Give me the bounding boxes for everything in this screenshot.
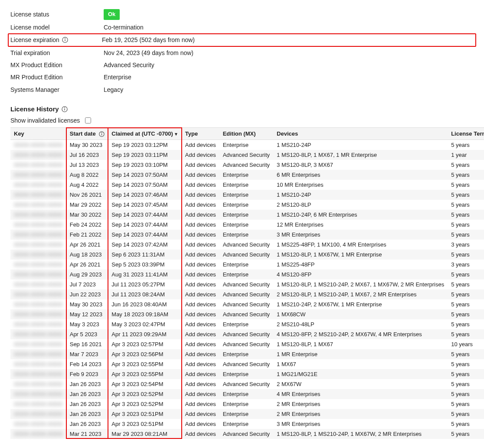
- license-key: XXXX-XXXX-XXXX: [14, 152, 63, 158]
- cell-edition: Enterprise: [219, 349, 273, 359]
- info-icon[interactable]: [62, 106, 68, 112]
- cell-edition: Advanced Security: [219, 160, 273, 170]
- license-history-title-text: License History: [10, 105, 59, 113]
- license-key: XXXX-XXXX-XXXX: [14, 361, 63, 367]
- col-header-edition[interactable]: Edition (MX): [219, 128, 273, 140]
- cell-devices: 4 MS120-8FP: [273, 269, 448, 279]
- sort-desc-icon: ▼: [174, 132, 178, 136]
- cell-edition: Enterprise: [219, 419, 273, 429]
- cell-edition: Advanced Security: [219, 150, 273, 160]
- cell-start-date: Jul 7 2023: [66, 279, 108, 289]
- cell-claimed-at: Sep 19 2023 03:10PM: [108, 160, 182, 170]
- cell-devices: 2 MS210-48LP: [273, 319, 448, 329]
- cell-claimed-at: Jul 11 2023 05:27PM: [108, 279, 182, 289]
- cell-edition: Enterprise: [219, 140, 273, 150]
- cell-edition: Enterprise: [219, 409, 273, 419]
- cell-claimed-at: Apr 3 2023 02:52PM: [108, 389, 182, 399]
- col-header-claimed-at[interactable]: Claimed at (UTC -0700)▼: [108, 128, 182, 140]
- col-header-key[interactable]: Key: [10, 128, 66, 140]
- cell-claimed-at: Apr 3 2023 02:55PM: [108, 369, 182, 379]
- cell-edition: Advanced Security: [219, 309, 273, 319]
- license-key: XXXX-XXXX-XXXX: [14, 371, 63, 377]
- cell-devices: 1 MS120-8LP, 1 MX67, 1 MR Enterprise: [273, 150, 448, 160]
- cell-claimed-at: May 3 2023 02:47PM: [108, 319, 182, 329]
- table-row: XXXX-XXXX-XXXXNov 26 2021Sep 14 2023 07:…: [10, 190, 484, 200]
- cell-start-date: Jan 26 2023: [66, 399, 108, 409]
- cell-license-term: 5 years: [448, 309, 484, 319]
- cell-license-term: 10 years: [448, 339, 484, 349]
- cell-devices: 4 MR Enterprises: [273, 389, 448, 399]
- cell-start-date: Aug 18 2023: [66, 250, 108, 260]
- cell-claimed-at: Sep 6 2023 11:31AM: [108, 250, 182, 260]
- cell-claimed-at: May 18 2023 09:18AM: [108, 309, 182, 319]
- cell-claimed-at: Apr 3 2023 02:56PM: [108, 349, 182, 359]
- info-icon[interactable]: [99, 131, 105, 137]
- table-row: XXXX-XXXX-XXXXJan 26 2023Apr 3 2023 02:5…: [10, 379, 484, 389]
- license-status-label: License status: [10, 10, 49, 19]
- show-invalidated-checkbox[interactable]: [85, 117, 91, 123]
- col-header-devices[interactable]: Devices: [273, 128, 448, 140]
- svg-rect-1: [65, 39, 65, 41]
- cell-type: Add devices: [182, 260, 219, 269]
- cell-edition: Enterprise: [219, 190, 273, 200]
- cell-type: Add devices: [182, 289, 219, 299]
- cell-claimed-at: Sep 14 2023 07:50AM: [108, 180, 182, 190]
- systems-manager-value: Legacy: [104, 86, 123, 93]
- table-row: XXXX-XXXX-XXXXAug 4 2022Sep 14 2023 07:5…: [10, 180, 484, 190]
- info-icon[interactable]: [62, 37, 68, 43]
- col-header-type[interactable]: Type: [182, 128, 219, 140]
- show-invalidated-label: Show invalidated licenses: [10, 117, 80, 124]
- cell-devices: 12 MR Enterprises: [273, 220, 448, 230]
- cell-edition: Enterprise: [219, 389, 273, 399]
- cell-start-date: Jan 26 2023: [66, 409, 108, 419]
- cell-license-term: 5 years: [448, 399, 484, 409]
- cell-type: Add devices: [182, 160, 219, 170]
- table-row: XXXX-XXXX-XXXXMay 30 2023Sep 19 2023 03:…: [10, 140, 484, 150]
- license-key: XXXX-XXXX-XXXX: [14, 381, 63, 387]
- cell-devices: 3 MS120-8LP, 3 MX67: [273, 160, 448, 170]
- cell-type: Add devices: [182, 329, 219, 339]
- cell-claimed-at: Sep 19 2023 03:11PM: [108, 150, 182, 160]
- cell-start-date: Apr 26 2021: [66, 260, 108, 269]
- cell-license-term: 5 years: [448, 269, 484, 279]
- cell-claimed-at: Mar 29 2023 08:21AM: [108, 429, 182, 439]
- cell-type: Add devices: [182, 279, 219, 289]
- cell-edition: Enterprise: [219, 269, 273, 279]
- cell-start-date: Mar 7 2023: [66, 349, 108, 359]
- cell-start-date: Mar 29 2022: [66, 200, 108, 210]
- cell-start-date: Jan 26 2023: [66, 419, 108, 429]
- table-row: XXXX-XXXX-XXXXFeb 9 2023Apr 3 2023 02:55…: [10, 369, 484, 379]
- table-row: XXXX-XXXX-XXXXAug 18 2023Sep 6 2023 11:3…: [10, 250, 484, 260]
- cell-type: Add devices: [182, 369, 219, 379]
- svg-rect-7: [101, 133, 102, 135]
- cell-start-date: Feb 24 2022: [66, 220, 108, 230]
- col-header-start-date[interactable]: Start date: [66, 128, 108, 140]
- cell-devices: 10 MR Enterprises: [273, 180, 448, 190]
- cell-claimed-at: Jun 16 2023 08:40AM: [108, 299, 182, 309]
- table-row: XXXX-XXXX-XXXXJan 26 2023Apr 3 2023 02:5…: [10, 399, 484, 409]
- cell-license-term: 5 years: [448, 299, 484, 309]
- cell-edition: Enterprise: [219, 200, 273, 210]
- cell-devices: 1 MR Enterprise: [273, 349, 448, 359]
- cell-edition: Enterprise: [219, 220, 273, 230]
- col-header-license-term[interactable]: License Term: [448, 128, 484, 140]
- cell-type: Add devices: [182, 250, 219, 260]
- license-key: XXXX-XXXX-XXXX: [14, 391, 63, 397]
- cell-devices: 2 MR Enterprises: [273, 409, 448, 419]
- cell-claimed-at: Apr 11 2023 09:29AM: [108, 329, 182, 339]
- cell-start-date: Feb 14 2023: [66, 359, 108, 369]
- table-row: XXXX-XXXX-XXXXJan 26 2023Apr 3 2023 02:5…: [10, 419, 484, 429]
- table-row: XXXX-XXXX-XXXXFeb 21 2022Sep 14 2023 07:…: [10, 230, 484, 240]
- mx-edition-value: Advanced Security: [104, 62, 154, 68]
- cell-devices: 6 MR Enterprises: [273, 170, 448, 180]
- cell-type: Add devices: [182, 429, 219, 439]
- cell-start-date: May 3 2023: [66, 319, 108, 329]
- cell-start-date: May 30 2023: [66, 299, 108, 309]
- license-history-table: Key Start date Claimed at (UTC -0700)▼ T…: [10, 127, 484, 439]
- cell-devices: 1 MG21/MG21E: [273, 369, 448, 379]
- cell-license-term: 5 years: [448, 170, 484, 180]
- cell-devices: 1 MX67: [273, 359, 448, 369]
- license-model-value: Co-termination: [104, 24, 144, 31]
- cell-license-term: 3 years: [448, 260, 484, 269]
- license-key: XXXX-XXXX-XXXX: [14, 231, 63, 238]
